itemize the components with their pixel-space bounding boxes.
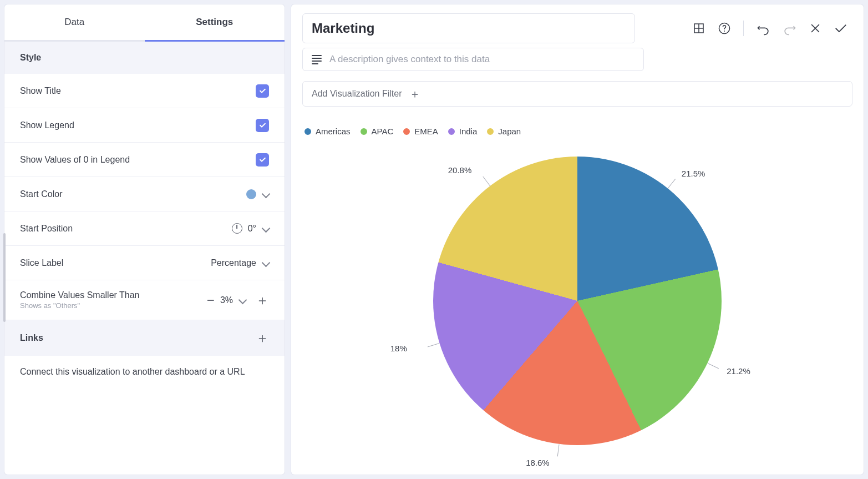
- leader-line: [667, 179, 676, 189]
- pie-chart: 21.5%21.2%18.6%18%20.8%: [433, 157, 722, 445]
- row-start-color: Start Color: [4, 177, 285, 211]
- start-color-picker[interactable]: [246, 189, 269, 199]
- section-heading-links: Links ＋: [4, 320, 285, 356]
- help-icon[interactable]: [718, 22, 731, 35]
- check-icon: [258, 87, 267, 95]
- leader-line: [707, 363, 718, 369]
- legend-label: India: [459, 127, 478, 136]
- close-icon[interactable]: [809, 22, 821, 34]
- legend-label: Japan: [498, 127, 521, 136]
- pie-slice-label: 18%: [390, 344, 407, 353]
- legend-dot: [304, 128, 311, 135]
- add-link-button[interactable]: ＋: [256, 331, 269, 345]
- row-slice-label: Slice Label Percentage: [4, 246, 285, 280]
- clock-icon: [232, 223, 242, 234]
- row-start-position: Start Position 0°: [4, 211, 285, 246]
- section-heading-label: Style: [20, 53, 41, 63]
- redo-icon[interactable]: [783, 21, 797, 36]
- row-label: Slice Label: [20, 258, 211, 268]
- chart-legend: AmericasAPACEMEAIndiaJapan: [302, 127, 852, 136]
- leader-line: [483, 176, 491, 186]
- description-icon: [312, 55, 322, 64]
- panel-tabs: Data Settings: [4, 4, 285, 42]
- pie-slice-label: 21.5%: [682, 169, 705, 178]
- row-show-title: Show Title: [4, 74, 285, 108]
- row-label: Show Title: [20, 86, 256, 96]
- pie-slice-label: 20.8%: [448, 165, 472, 175]
- legend-item[interactable]: EMEA: [403, 127, 438, 136]
- color-swatch: [246, 189, 256, 199]
- confirm-icon[interactable]: [834, 21, 848, 36]
- row-show-zero-legend: Show Values of 0 in Legend: [4, 143, 285, 177]
- undo-icon[interactable]: [756, 21, 770, 36]
- title-input[interactable]: [302, 13, 635, 43]
- legend-label: Americas: [316, 127, 351, 136]
- legend-label: EMEA: [414, 127, 438, 136]
- legend-item[interactable]: India: [448, 127, 478, 136]
- tab-data[interactable]: Data: [4, 4, 145, 42]
- start-position-value: 0°: [248, 224, 256, 234]
- legend-item[interactable]: APAC: [361, 127, 394, 136]
- checkbox-show-title[interactable]: [256, 84, 269, 98]
- description-input[interactable]: [329, 54, 634, 65]
- legend-dot: [361, 128, 367, 135]
- tab-settings[interactable]: Settings: [145, 4, 285, 42]
- plus-icon: ＋: [409, 88, 420, 99]
- minus-icon[interactable]: −: [207, 294, 215, 307]
- start-position-picker[interactable]: 0°: [232, 223, 269, 234]
- slice-label-picker[interactable]: Percentage: [211, 258, 269, 268]
- row-label: Combine Values Smaller Than: [20, 290, 140, 300]
- legend-label: APAC: [372, 127, 394, 136]
- settings-panel: Data Settings Style Show Title Show Lege…: [4, 4, 285, 475]
- plus-icon[interactable]: ＋: [256, 294, 269, 307]
- legend-dot: [403, 128, 410, 135]
- section-heading-style: Style: [4, 42, 285, 74]
- section-heading-label: Links: [20, 333, 43, 343]
- legend-dot: [487, 128, 494, 135]
- links-description: Connect this visualization to another da…: [4, 356, 285, 388]
- legend-item[interactable]: Americas: [304, 127, 351, 136]
- chevron-down-icon: [262, 259, 271, 268]
- row-combine-values: Combine Values Smaller Than Shows as "Ot…: [4, 280, 285, 320]
- topbar: [302, 13, 852, 43]
- combine-value: 3%: [220, 295, 233, 305]
- visualization-panel: Add Visualization Filter ＋ AmericasAPACE…: [291, 4, 864, 475]
- row-show-legend: Show Legend: [4, 108, 285, 143]
- scroll-indicator[interactable]: [3, 233, 6, 322]
- checkbox-show-legend[interactable]: [256, 119, 269, 132]
- row-label: Start Position: [20, 224, 232, 234]
- chart-area: 21.5%21.2%18.6%18%20.8%: [302, 136, 852, 466]
- slice-label-value: Percentage: [211, 258, 256, 268]
- row-label: Show Values of 0 in Legend: [20, 155, 256, 165]
- pie-slice-label: 21.2%: [727, 366, 750, 376]
- add-filter-label: Add Visualization Filter: [312, 89, 402, 99]
- chevron-down-icon: [262, 224, 271, 233]
- separator: [743, 21, 744, 36]
- check-icon: [258, 155, 267, 164]
- check-icon: [258, 121, 267, 129]
- svg-point-1: [724, 31, 725, 32]
- row-label: Show Legend: [20, 120, 256, 130]
- chevron-down-icon[interactable]: [238, 296, 247, 305]
- grid-icon[interactable]: [692, 22, 705, 35]
- legend-dot: [448, 128, 455, 135]
- add-filter-button[interactable]: Add Visualization Filter ＋: [302, 81, 852, 107]
- legend-item[interactable]: Japan: [487, 127, 521, 136]
- leader-line: [428, 343, 439, 347]
- leader-line: [557, 444, 560, 456]
- row-label: Start Color: [20, 189, 246, 199]
- pie-slice-label: 18.6%: [526, 458, 550, 467]
- tool-icons: [692, 21, 852, 36]
- chevron-down-icon: [262, 190, 271, 199]
- checkbox-show-zero[interactable]: [256, 153, 269, 167]
- row-sublabel: Shows as "Others": [20, 301, 207, 310]
- description-row: [302, 48, 644, 71]
